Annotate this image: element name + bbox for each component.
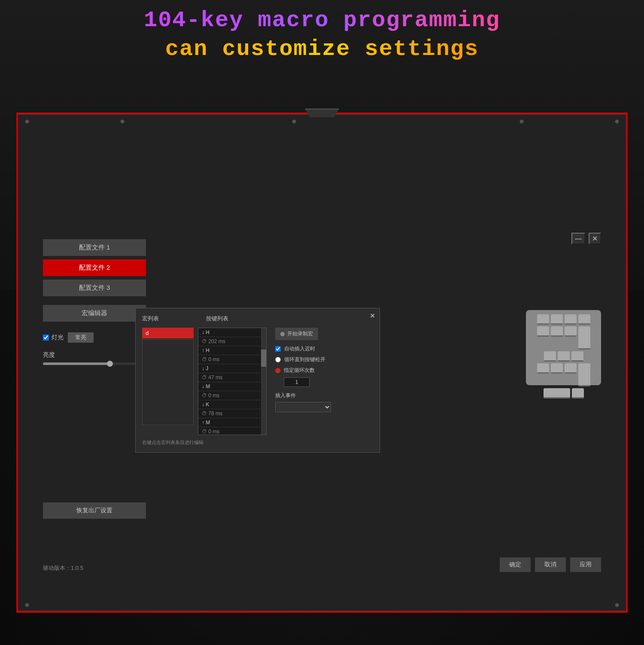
key-item-2: ↑ H — [198, 346, 266, 355]
specify-loop-label: 指定循环次数 — [284, 367, 315, 374]
key-item-8: ↓ K — [198, 400, 266, 409]
specify-loop-radio-icon — [275, 368, 280, 373]
start-record-button[interactable]: 开始录制宏 — [275, 328, 318, 340]
profile-btn-3[interactable]: 配置文件 3 — [43, 280, 146, 296]
brightness-slider-thumb[interactable] — [107, 361, 113, 367]
key-item-6: ↓ M — [198, 382, 266, 391]
brightness-slider-fill — [43, 362, 110, 365]
cancel-button[interactable]: 取消 — [535, 557, 566, 572]
red-border-left — [16, 114, 18, 612]
key-list-header: 按键列表 — [206, 315, 228, 322]
numpad-row-5 — [530, 388, 597, 399]
key-item-3: ⏱ 0 ms — [198, 355, 266, 364]
key-num5[interactable] — [558, 351, 570, 362]
key-num9[interactable] — [565, 326, 577, 337]
macro-bottom-hint: 右键点击宏列表条目进行编辑 — [142, 439, 373, 446]
screw-t3 — [519, 119, 524, 124]
insert-event-label: 插入事件 — [275, 392, 373, 399]
screw-bl — [25, 603, 29, 607]
macro-dialog-close[interactable]: ✕ — [370, 312, 375, 320]
auto-insert-checkbox[interactable] — [275, 346, 281, 352]
scroll-thumb[interactable] — [261, 350, 266, 367]
macro-right-panel: 开始录制宏 自动插入迟时 循环直到按键松开 指定循环次数 1 插入 — [271, 328, 373, 435]
notch-decoration — [305, 109, 339, 117]
numpad-row-4 — [530, 363, 597, 386]
key-num1[interactable] — [537, 363, 549, 374]
restore-defaults-button[interactable]: 恢复出厂设置 — [43, 502, 146, 519]
auto-insert-label: 自动插入迟时 — [284, 345, 315, 353]
lighting-checkbox[interactable] — [43, 335, 49, 341]
key-num8[interactable] — [551, 326, 563, 337]
macro-dialog-body: d ↓ H ⏱ 202 ms ↑ H ⏱ 0 ms ↓ J ⏱ 47 ms ↓ … — [142, 328, 373, 435]
title-line1: 104-key macro programming — [0, 8, 644, 33]
key-item-4: ↓ J — [198, 364, 266, 373]
key-nummul[interactable] — [565, 314, 577, 325]
minimize-button[interactable]: — — [571, 233, 585, 244]
key-num4[interactable] — [544, 351, 556, 362]
key-list-scroll[interactable]: ↓ H ⏱ 202 ms ↑ H ⏱ 0 ms ↓ J ⏱ 47 ms ↓ M … — [198, 328, 267, 435]
key-numplus[interactable] — [578, 326, 590, 350]
start-record-label: 开始录制宏 — [287, 330, 313, 338]
lighting-section: 灯光 常亮 — [43, 332, 146, 343]
loop-count-input[interactable]: 1 — [284, 377, 310, 387]
macro-list-header: 宏列表 — [142, 315, 159, 322]
screw-t2 — [120, 119, 125, 124]
profile-btn-2[interactable]: 配置文件 2 — [43, 259, 146, 276]
key-num7[interactable] — [537, 326, 549, 337]
lighting-value: 常亮 — [68, 332, 94, 343]
key-num6[interactable] — [571, 351, 583, 362]
screw-tl — [25, 119, 29, 124]
auto-insert-option: 自动插入迟时 — [275, 345, 373, 353]
key-item-5: ⏱ 47 ms — [198, 373, 266, 382]
screw-tr — [615, 119, 619, 124]
key-list-column: ↓ H ⏱ 202 ms ↑ H ⏱ 0 ms ↓ J ⏱ 47 ms ↓ M … — [198, 328, 267, 435]
numpad-row-2 — [530, 326, 597, 350]
lighting-label: 灯光 — [52, 334, 64, 341]
left-panel: 配置文件 1 配置文件 2 配置文件 3 宏编辑器 灯光 常亮 亮度 恢复出厂设… — [43, 239, 146, 519]
key-item-7: ⏱ 0 ms — [198, 391, 266, 400]
scroll-track[interactable] — [261, 328, 266, 435]
record-dot-icon — [280, 332, 285, 336]
macro-list-empty — [142, 339, 194, 425]
confirm-button[interactable]: 确定 — [500, 557, 531, 572]
brightness-section: 亮度 — [43, 351, 146, 365]
key-item-11: ⏱ 0 ms — [198, 427, 266, 435]
loop-until-release-label: 循环直到按键松开 — [284, 356, 325, 363]
macro-list-column: d — [142, 328, 194, 435]
key-num3[interactable] — [565, 363, 577, 374]
macro-list-item-d[interactable]: d — [142, 328, 194, 338]
loop-until-release-option: 循环直到按键松开 — [275, 356, 373, 363]
key-numdot[interactable] — [572, 388, 584, 399]
numpad-row-3 — [530, 351, 597, 362]
title-line2: can customize settings — [0, 37, 644, 62]
key-num2[interactable] — [551, 363, 563, 374]
app-window: — ✕ 配置文件 1 配置文件 2 配置文件 3 宏编辑器 灯光 常亮 亮度 恢… — [16, 114, 628, 612]
loop-until-release-radio[interactable] — [275, 357, 281, 362]
macro-editor-button[interactable]: 宏编辑器 — [43, 305, 146, 322]
apply-button[interactable]: 应用 — [570, 557, 601, 572]
key-numdiv[interactable] — [551, 314, 563, 325]
screw-t4 — [292, 119, 296, 124]
title-area: 104-key macro programming can customize … — [0, 8, 644, 62]
numpad-row-1 — [530, 314, 597, 325]
lighting-checkbox-label[interactable]: 灯光 — [43, 334, 64, 341]
red-border-bottom — [16, 611, 628, 613]
specify-loop-option: 指定循环次数 — [275, 367, 373, 374]
key-numlock[interactable] — [537, 314, 549, 325]
red-border-right — [626, 114, 628, 612]
key-numminus[interactable] — [578, 314, 590, 325]
brightness-label: 亮度 — [43, 351, 146, 359]
key-item-10: ↑ M — [198, 418, 266, 427]
loop-count-container: 1 — [284, 377, 373, 387]
insert-event-select[interactable] — [275, 402, 331, 412]
driver-version: 驱动版本：1.0.5 — [43, 564, 83, 572]
close-button[interactable]: ✕ — [589, 233, 601, 244]
profile-btn-1[interactable]: 配置文件 1 — [43, 239, 146, 256]
key-num0[interactable] — [544, 388, 570, 399]
key-item-9: ⏱ 78 ms — [198, 409, 266, 418]
keyboard-preview — [526, 310, 601, 385]
brightness-slider-track[interactable] — [43, 362, 146, 365]
macro-dialog-header: 宏列表 按键列表 — [142, 315, 373, 322]
key-item-0: ↓ H — [198, 328, 266, 337]
key-numenter[interactable] — [578, 363, 590, 386]
